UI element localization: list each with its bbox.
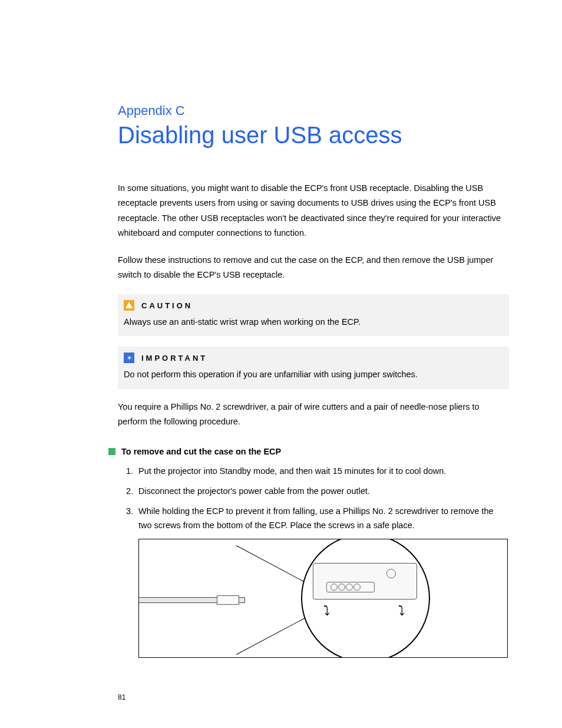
- requirements-paragraph: You require a Phillips No. 2 screwdriver…: [118, 400, 509, 430]
- list-item: Put the projector into Standby mode, and…: [135, 465, 509, 479]
- svg-text:✶: ✶: [127, 354, 132, 361]
- ecp-screw-removal-figure: ⤵ ⤵: [138, 539, 508, 658]
- list-item: While holding the ECP to prevent it from…: [135, 505, 509, 533]
- important-label: IMPORTANT: [141, 354, 207, 363]
- screw-arrow-icon: ⤵: [323, 603, 330, 618]
- important-callout: ✶ IMPORTANT Do not perform this operatio…: [118, 347, 509, 388]
- caution-text: Always use an anti-static wrist wrap whe…: [124, 315, 503, 329]
- intro-paragraph-2: Follow these instructions to remove and …: [118, 253, 509, 283]
- procedure-bullet-icon: [108, 448, 115, 455]
- caution-icon: [124, 300, 134, 311]
- page-title: Disabling user USB access: [118, 122, 509, 149]
- procedure-title: To remove and cut the case on the ECP: [121, 447, 281, 456]
- list-item: Disconnect the projector's power cable f…: [135, 485, 509, 499]
- screw-arrow-icon: ⤵: [398, 603, 405, 618]
- important-icon: ✶: [124, 353, 134, 363]
- procedure-header: To remove and cut the case on the ECP: [108, 447, 509, 456]
- caution-label: CAUTION: [141, 301, 193, 310]
- appendix-label: Appendix C: [118, 103, 509, 118]
- procedure-steps: Put the projector into Standby mode, and…: [118, 465, 509, 533]
- intro-paragraph-1: In some situations, you might want to di…: [118, 181, 509, 241]
- page-number: 81: [118, 693, 509, 701]
- caution-callout: CAUTION Always use an anti-static wrist …: [118, 294, 509, 336]
- important-text: Do not perform this operation if you are…: [124, 368, 503, 381]
